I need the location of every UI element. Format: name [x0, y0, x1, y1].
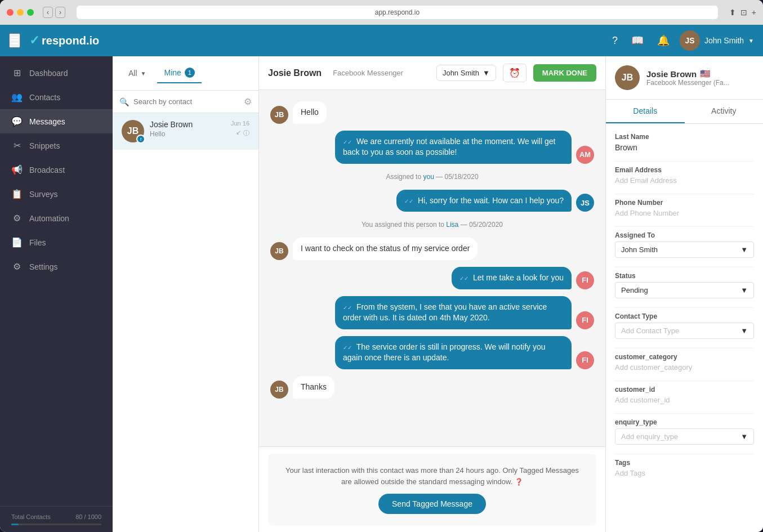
- back-button[interactable]: ‹: [43, 7, 53, 18]
- conv-meta: Jun 16 ↙ ⓘ: [231, 120, 249, 137]
- field-value-phone[interactable]: Add Phone Number: [615, 209, 754, 217]
- sidebar-item-snippets[interactable]: ✂ Snippets: [0, 133, 113, 158]
- field-contact-type: Contact Type Add Contact Type ▼: [615, 312, 754, 339]
- logo-text: respond.io: [42, 34, 99, 47]
- user-avatar: JS: [680, 30, 700, 51]
- search-icon: 🔍: [119, 97, 129, 106]
- field-label-enquiry-type: enquiry_type: [615, 418, 754, 426]
- contact-type-placeholder: Add Contact Type: [621, 327, 679, 335]
- field-customer-id: customer_id Add customer_id: [615, 386, 754, 404]
- assigned-to-lisa-link[interactable]: Lisa: [446, 221, 458, 229]
- info-icon: ⓘ: [243, 129, 249, 137]
- username-text: John Smith: [704, 36, 744, 45]
- field-label-phone: Phone Number: [615, 199, 754, 207]
- tab-mine[interactable]: Mine 1: [157, 63, 201, 83]
- message-avatar: FI: [576, 271, 594, 289]
- message-bubble: I want to check on the status of my serv…: [293, 238, 478, 260]
- book-button[interactable]: 📖: [628, 31, 647, 50]
- status-select[interactable]: Pending ▼: [615, 282, 754, 298]
- fullscreen-button[interactable]: ⊡: [740, 8, 747, 17]
- close-light[interactable]: [7, 9, 14, 16]
- traffic-lights: [7, 9, 34, 16]
- contact-type-chevron-icon: ▼: [740, 327, 748, 335]
- contact-name: Josie Brown 🇺🇸: [646, 69, 729, 79]
- share-button[interactable]: ⬆: [729, 8, 736, 17]
- send-tagged-button[interactable]: Send Tagged Message: [378, 494, 486, 514]
- message-bubble: ✓✓ Let me take a look for you: [452, 267, 572, 289]
- assignee-chevron-icon: ▼: [483, 69, 490, 77]
- add-tab-button[interactable]: +: [752, 8, 756, 17]
- sidebar-label-surveys: Surveys: [29, 190, 58, 199]
- field-tags: Tags Add Tags: [615, 459, 754, 477]
- hamburger-menu[interactable]: ☰: [9, 33, 20, 48]
- list-item[interactable]: JB f Josie Brown Hello Jun 16: [113, 113, 258, 150]
- top-navbar: ☰ ✓ respond.io ? 📖 🔔 JS John Smith ▼: [0, 25, 763, 56]
- contact-type-select[interactable]: Add Contact Type ▼: [615, 323, 754, 339]
- search-input[interactable]: [133, 97, 239, 106]
- window-actions: ⬆ ⊡ +: [729, 8, 756, 17]
- message-bubble: Hello: [293, 101, 327, 124]
- enquiry-type-select[interactable]: Add enquiry_type ▼: [615, 428, 754, 445]
- forward-button[interactable]: ›: [55, 7, 65, 18]
- conv-name: Josie Brown: [150, 120, 225, 129]
- assigned-to-link[interactable]: you: [423, 173, 434, 181]
- enquiry-type-placeholder: Add enquiry_type: [621, 432, 678, 441]
- minimize-light[interactable]: [17, 9, 24, 16]
- help-button[interactable]: ?: [609, 32, 621, 50]
- filter-icon[interactable]: ⚙: [244, 96, 252, 107]
- sidebar-footer: Total Contacts 80 / 1000: [0, 506, 113, 532]
- read-check-icon: ✓✓: [459, 275, 468, 281]
- sidebar-item-dashboard[interactable]: ⊞ Dashboard: [0, 61, 113, 85]
- details-header: JB Josie Brown 🇺🇸 Facebook Messenger (Fa…: [606, 56, 763, 100]
- user-menu[interactable]: JS John Smith ▼: [680, 30, 754, 51]
- read-check-icon: ✓✓: [404, 198, 413, 204]
- tab-activity[interactable]: Activity: [685, 100, 764, 123]
- sidebar-label-files: Files: [29, 238, 46, 247]
- field-value-tags[interactable]: Add Tags: [615, 469, 754, 477]
- conv-preview: Hello: [150, 130, 225, 138]
- sidebar-item-messages[interactable]: 💬 Messages: [0, 109, 113, 133]
- messages-icon: 💬: [11, 116, 23, 127]
- contact-info: Josie Brown 🇺🇸 Facebook Messenger (Fa...: [646, 69, 729, 87]
- details-panel: JB Josie Brown 🇺🇸 Facebook Messenger (Fa…: [605, 56, 763, 532]
- address-bar: app.respond.io: [77, 6, 718, 19]
- sidebar-item-files[interactable]: 📄 Files: [0, 230, 113, 254]
- chat-footer: Your last interaction with this contact …: [259, 446, 605, 532]
- assigned-to-select[interactable]: John Smith ▼: [615, 242, 754, 258]
- mark-done-button[interactable]: MARK DONE: [533, 64, 596, 82]
- total-contacts-label: Total Contacts: [11, 513, 51, 520]
- maximize-light[interactable]: [27, 9, 34, 16]
- assignee-name: John Smith: [443, 69, 479, 77]
- sidebar-item-automation[interactable]: ⚙ Automation: [0, 206, 113, 230]
- field-last-name: Last Name Brown: [615, 133, 754, 152]
- tab-all[interactable]: All ▼: [122, 64, 153, 82]
- chat-contact-name: Josie Brown: [268, 68, 322, 78]
- sidebar-item-surveys[interactable]: 📋 Surveys: [0, 182, 113, 206]
- tagged-message-area: Your last interaction with this contact …: [268, 454, 596, 525]
- assignee-dropdown[interactable]: John Smith ▼: [436, 65, 496, 81]
- message-avatar: FI: [576, 311, 594, 329]
- sidebar-item-broadcast[interactable]: 📢 Broadcast: [0, 158, 113, 182]
- contacts-count: 80 / 1000: [75, 513, 101, 520]
- footer-notice-text: Your last interaction with this contact …: [285, 466, 579, 486]
- notifications-button[interactable]: 🔔: [654, 31, 673, 50]
- system-message: Assigned to you — 05/18/2020: [270, 171, 594, 183]
- sidebar-item-settings[interactable]: ⚙ Settings: [0, 254, 113, 279]
- snooze-button[interactable]: ⏰: [503, 64, 526, 82]
- chat-messages: JB Hello ✓✓ We are currently not availab…: [259, 90, 605, 446]
- message-row: JB Hello: [270, 101, 594, 124]
- tab-details[interactable]: Details: [606, 100, 685, 123]
- sidebar-label-messages: Messages: [29, 117, 65, 126]
- sidebar: ⊞ Dashboard 👥 Contacts 💬 Messages ✂ Snip…: [0, 56, 113, 532]
- status-chevron-icon: ▼: [740, 286, 748, 294]
- nav-buttons: ‹ ›: [43, 7, 65, 18]
- help-icon[interactable]: ❓: [515, 478, 523, 486]
- sidebar-label-dashboard: Dashboard: [29, 69, 68, 78]
- read-check-icon: ✓✓: [343, 345, 352, 351]
- field-value-email[interactable]: Add Email Address: [615, 176, 754, 185]
- message-avatar: JB: [270, 106, 288, 124]
- chat-channel: Facebook Messenger: [333, 69, 403, 77]
- field-value-customer-id[interactable]: Add customer_id: [615, 396, 754, 404]
- field-value-customer-category[interactable]: Add customer_category: [615, 363, 754, 372]
- sidebar-item-contacts[interactable]: 👥 Contacts: [0, 85, 113, 109]
